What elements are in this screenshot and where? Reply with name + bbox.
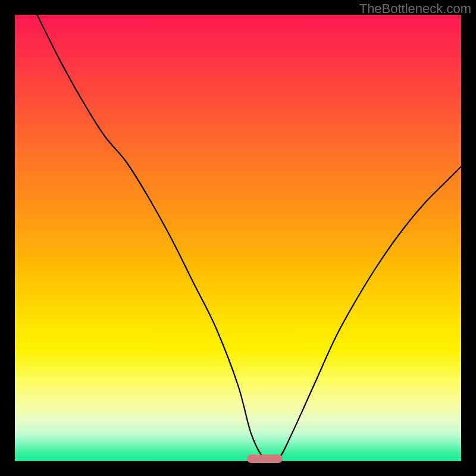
optimal-range-marker — [247, 455, 283, 463]
plot-area — [15, 15, 461, 461]
curve-svg — [15, 15, 461, 461]
chart-canvas: TheBottleneck.com — [0, 0, 476, 476]
bottleneck-curve — [37, 15, 462, 462]
